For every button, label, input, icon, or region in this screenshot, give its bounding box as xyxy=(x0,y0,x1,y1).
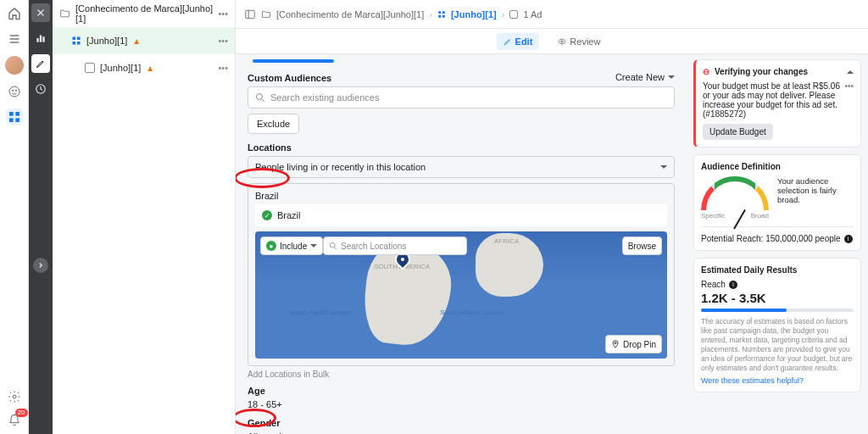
estimated-results-card: Estimated Daily Results Reachi 1.2K - 3.… xyxy=(693,258,861,392)
tab-review-label: Review xyxy=(570,36,600,47)
location-mode-label: People living in or recently in this loc… xyxy=(255,162,426,172)
reach-bar xyxy=(701,309,854,312)
avatar[interactable] xyxy=(5,56,24,75)
verify-message: Your budget must be at least R$5.06 or y… xyxy=(703,81,841,119)
location-map[interactable]: SOUTH AMERICA AFRICA South Pacific Ocean… xyxy=(255,231,667,359)
grid-icon[interactable] xyxy=(6,108,23,125)
adset-form: Custom Audiences Create New Search exist… xyxy=(236,54,687,434)
info-icon[interactable]: i xyxy=(729,281,737,289)
est-title: Estimated Daily Results xyxy=(701,265,797,275)
folder-icon xyxy=(59,8,70,19)
tree-campaign-row[interactable]: [Conhecimento de Marca][Junho][1] ••• xyxy=(53,0,235,27)
chevron-right-icon: › xyxy=(429,9,432,19)
search-icon xyxy=(329,242,337,250)
create-new-dropdown[interactable]: Create New xyxy=(615,72,675,82)
warning-icon: ▲ xyxy=(132,36,141,46)
include-dropdown[interactable]: ●Include xyxy=(260,236,323,255)
pencil-icon[interactable] xyxy=(31,54,50,73)
svg-rect-26 xyxy=(442,14,445,17)
face-icon[interactable] xyxy=(6,83,23,100)
svg-rect-14 xyxy=(40,36,42,42)
potential-reach: Potential Reach: 150,000,000 peoplei xyxy=(701,234,854,243)
helpful-link[interactable]: Were these estimates helpful? xyxy=(701,376,804,385)
location-mode-select[interactable]: People living in or recently in this loc… xyxy=(248,156,675,178)
adset-icon xyxy=(71,36,81,46)
caret-down-icon xyxy=(668,75,675,82)
more-icon[interactable]: ••• xyxy=(218,8,228,19)
pin-icon xyxy=(611,340,620,348)
svg-rect-21 xyxy=(246,10,255,18)
search-audiences-input[interactable]: Search existing audiences xyxy=(248,86,675,108)
svg-line-31 xyxy=(334,247,337,249)
more-icon[interactable]: ••• xyxy=(844,81,854,91)
exclude-button[interactable]: Exclude xyxy=(248,114,299,134)
svg-rect-15 xyxy=(42,36,44,42)
notifications-icon[interactable]: 20 xyxy=(6,412,23,429)
menu-icon[interactable] xyxy=(6,31,23,47)
clock-icon[interactable] xyxy=(33,81,48,97)
section-gender: Gender xyxy=(248,418,675,428)
campaign-tree: [Conhecimento de Marca][Junho][1] ••• [J… xyxy=(53,0,236,434)
caret-down-icon xyxy=(660,165,667,172)
pencil-icon xyxy=(504,37,512,46)
svg-point-27 xyxy=(561,40,564,42)
svg-point-5 xyxy=(15,90,16,91)
svg-rect-13 xyxy=(36,38,38,42)
section-locations: Locations xyxy=(248,142,675,153)
svg-point-4 xyxy=(12,90,13,91)
add-locations-bulk-link[interactable]: Add Locations in Bulk xyxy=(248,370,675,379)
error-icon: ⊖ xyxy=(703,67,709,76)
svg-rect-6 xyxy=(9,112,14,116)
chevron-right-icon[interactable] xyxy=(33,258,48,273)
more-icon[interactable]: ••• xyxy=(218,63,228,73)
gauge-label-broad: Broad xyxy=(751,212,769,220)
info-icon[interactable]: i xyxy=(844,235,853,243)
drop-pin-label: Drop Pin xyxy=(623,340,656,349)
update-budget-button[interactable]: Update Budget xyxy=(703,124,773,140)
svg-rect-18 xyxy=(77,37,81,41)
svg-rect-8 xyxy=(9,118,14,122)
tab-edit[interactable]: Edit xyxy=(497,33,540,50)
ad-icon xyxy=(509,10,518,19)
age-value[interactable]: 18 - 65+ xyxy=(248,399,675,409)
search-icon xyxy=(255,92,265,103)
country-chip-label: Brazil xyxy=(277,210,301,220)
app-root: 20 [Conhecimento de Marca][Junho][1] •••… xyxy=(0,0,868,434)
tree-ad-label: [Junho][1] xyxy=(100,63,141,73)
home-icon[interactable] xyxy=(6,5,23,22)
panel-toggle-icon[interactable] xyxy=(244,8,256,20)
side-column: ⊖Verifying your changes Your budget must… xyxy=(687,54,868,434)
chart-icon[interactable] xyxy=(33,31,48,46)
close-icon[interactable] xyxy=(31,3,50,22)
tab-review[interactable]: Review xyxy=(551,33,607,50)
search-locations-input[interactable]: Search Locations xyxy=(323,236,467,255)
chevron-up-icon[interactable] xyxy=(847,67,854,74)
drop-pin-button[interactable]: Drop Pin xyxy=(605,335,662,353)
svg-point-10 xyxy=(13,395,16,398)
pin-icon: ● xyxy=(266,241,276,251)
more-icon[interactable]: ••• xyxy=(218,36,228,46)
crumb-adset[interactable]: [Junho][1] xyxy=(451,9,497,19)
svg-point-30 xyxy=(330,242,335,248)
svg-rect-9 xyxy=(15,118,19,122)
country-chip[interactable]: ✓Brazil xyxy=(255,204,667,226)
warning-icon: ▲ xyxy=(146,64,154,73)
gear-icon[interactable] xyxy=(6,388,23,405)
svg-rect-23 xyxy=(438,11,441,14)
svg-rect-25 xyxy=(438,14,441,17)
tree-adset-row[interactable]: [Junho][1] ▲ ••• xyxy=(53,27,235,54)
mode-tabs: Edit Review xyxy=(236,29,868,54)
browse-button[interactable]: Browse xyxy=(622,236,662,255)
adset-icon xyxy=(437,10,446,19)
crumb-campaign[interactable]: [Conhecimento de Marca][Junho][1] xyxy=(276,9,424,19)
map-label: South Atlantic Ocean xyxy=(440,309,504,317)
svg-rect-7 xyxy=(15,112,19,116)
audience-definition-card: Audience Definition SpecificBroad Your a… xyxy=(693,154,861,251)
reach-value: 1.2K - 3.5K xyxy=(701,291,854,305)
tree-ad-row[interactable]: [Junho][1] ▲ ••• xyxy=(53,54,235,81)
crumb-ad[interactable]: 1 Ad xyxy=(523,9,542,19)
caret-down-icon xyxy=(310,244,317,251)
folder-icon xyxy=(261,9,271,19)
section-age: Age xyxy=(248,386,675,396)
svg-rect-20 xyxy=(77,42,81,45)
